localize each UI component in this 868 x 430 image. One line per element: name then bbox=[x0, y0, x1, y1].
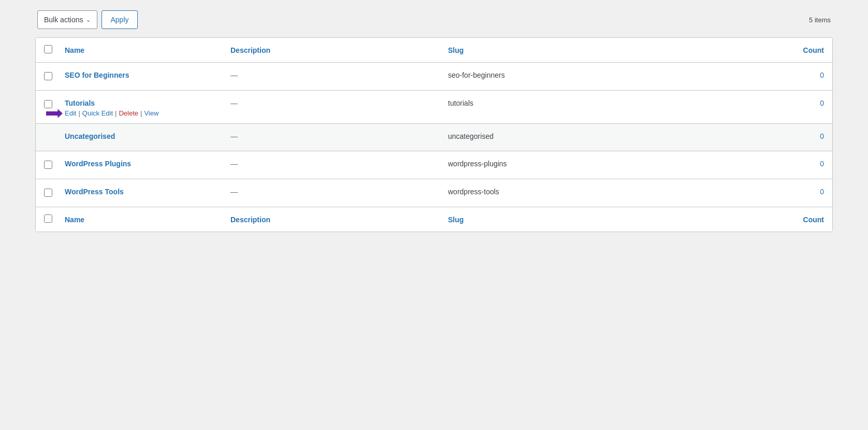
table-footer: Name Description Slug Count bbox=[36, 207, 832, 232]
description-dash: — bbox=[230, 71, 238, 79]
table-row: Tutorials Edit | Quick Edit | bbox=[36, 91, 832, 124]
row-count-cell: 0 bbox=[585, 124, 832, 151]
view-action-link[interactable]: View bbox=[144, 109, 158, 117]
row-name-cell: Uncategorised bbox=[56, 124, 222, 151]
table-body: SEO for Beginners — seo-for-beginners 0 … bbox=[36, 63, 832, 207]
arrow-indicator bbox=[46, 108, 63, 119]
row-checkbox-cell bbox=[36, 124, 56, 151]
category-name-link[interactable]: WordPress Tools bbox=[65, 188, 214, 196]
col-footer-description: Description bbox=[222, 207, 440, 232]
category-name-link[interactable]: Tutorials bbox=[65, 99, 214, 107]
row-checkbox-cell bbox=[36, 179, 56, 207]
row-slug-cell: seo-for-beginners bbox=[440, 63, 585, 91]
row-checkbox-cell bbox=[36, 151, 56, 179]
toolbar-left: Bulk actions ⌄ Apply bbox=[37, 10, 138, 29]
description-dash: — bbox=[230, 160, 238, 168]
row-checkbox-cell bbox=[36, 63, 56, 91]
footer-row: Name Description Slug Count bbox=[36, 207, 832, 232]
row-desc-cell: — bbox=[222, 91, 440, 124]
categories-table-wrapper: Name Description Slug Count SEO for Begi… bbox=[35, 37, 833, 232]
select-all-header bbox=[36, 38, 56, 63]
table-row: WordPress Tools — wordpress-tools 0 bbox=[36, 179, 832, 207]
category-name-link[interactable]: Uncategorised bbox=[65, 132, 214, 140]
category-name-link[interactable]: SEO for Beginners bbox=[65, 71, 214, 79]
select-all-footer bbox=[36, 207, 56, 232]
header-row: Name Description Slug Count bbox=[36, 38, 832, 63]
categories-table: Name Description Slug Count SEO for Begi… bbox=[36, 38, 832, 232]
quick-edit-action-link[interactable]: Quick Edit bbox=[82, 109, 113, 117]
row-slug-cell: uncategorised bbox=[440, 124, 585, 151]
row-desc-cell: — bbox=[222, 179, 440, 207]
delete-action-link[interactable]: Delete bbox=[119, 109, 138, 117]
arrow-icon bbox=[46, 108, 63, 119]
row-count-cell: 0 bbox=[585, 151, 832, 179]
chevron-down-icon: ⌄ bbox=[86, 17, 91, 23]
row-name-cell: WordPress Tools bbox=[56, 179, 222, 207]
select-all-checkbox[interactable] bbox=[44, 45, 52, 53]
items-count: 5 items bbox=[809, 16, 831, 24]
separator: | bbox=[78, 109, 80, 117]
table-row: Uncategorised — uncategorised 0 bbox=[36, 124, 832, 151]
row-name-cell: SEO for Beginners bbox=[56, 63, 222, 91]
bulk-actions-label: Bulk actions bbox=[44, 16, 83, 24]
apply-button[interactable]: Apply bbox=[102, 10, 137, 29]
table-row: WordPress Plugins — wordpress-plugins 0 bbox=[36, 151, 832, 179]
toolbar: Bulk actions ⌄ Apply 5 items bbox=[35, 10, 833, 29]
table-row: SEO for Beginners — seo-for-beginners 0 bbox=[36, 63, 832, 91]
description-dash: — bbox=[230, 188, 238, 196]
row-actions: Edit | Quick Edit | Delete | View bbox=[65, 109, 214, 117]
select-all-footer-checkbox[interactable] bbox=[44, 214, 52, 223]
row-name-cell: WordPress Plugins bbox=[56, 151, 222, 179]
separator: | bbox=[115, 109, 117, 117]
row-slug-cell: wordpress-plugins bbox=[440, 151, 585, 179]
row-count-cell: 0 bbox=[585, 179, 832, 207]
row-name-cell: Tutorials Edit | Quick Edit | bbox=[56, 91, 222, 124]
col-header-name: Name bbox=[56, 38, 222, 63]
page-wrapper: Bulk actions ⌄ Apply 5 items Name Descri… bbox=[25, 10, 843, 232]
svg-marker-0 bbox=[46, 109, 63, 118]
row-slug-cell: tutorials bbox=[440, 91, 585, 124]
col-header-count: Count bbox=[585, 38, 832, 63]
table-header: Name Description Slug Count bbox=[36, 38, 832, 63]
row-checkbox[interactable] bbox=[44, 161, 52, 169]
separator: | bbox=[140, 109, 142, 117]
col-header-description: Description bbox=[222, 38, 440, 63]
edit-action-link[interactable]: Edit bbox=[65, 109, 76, 117]
col-footer-count: Count bbox=[585, 207, 832, 232]
col-footer-slug: Slug bbox=[440, 207, 585, 232]
row-checkbox[interactable] bbox=[44, 189, 52, 197]
row-desc-cell: — bbox=[222, 124, 440, 151]
description-dash: — bbox=[230, 132, 238, 140]
row-count-cell: 0 bbox=[585, 63, 832, 91]
col-header-slug: Slug bbox=[440, 38, 585, 63]
col-footer-name: Name bbox=[56, 207, 222, 232]
description-dash: — bbox=[230, 99, 238, 107]
row-checkbox[interactable] bbox=[44, 72, 52, 80]
bulk-actions-dropdown[interactable]: Bulk actions ⌄ bbox=[37, 10, 97, 29]
row-slug-cell: wordpress-tools bbox=[440, 179, 585, 207]
row-desc-cell: — bbox=[222, 63, 440, 91]
row-desc-cell: — bbox=[222, 151, 440, 179]
category-name-link[interactable]: WordPress Plugins bbox=[65, 160, 214, 168]
row-count-cell: 0 bbox=[585, 91, 832, 124]
